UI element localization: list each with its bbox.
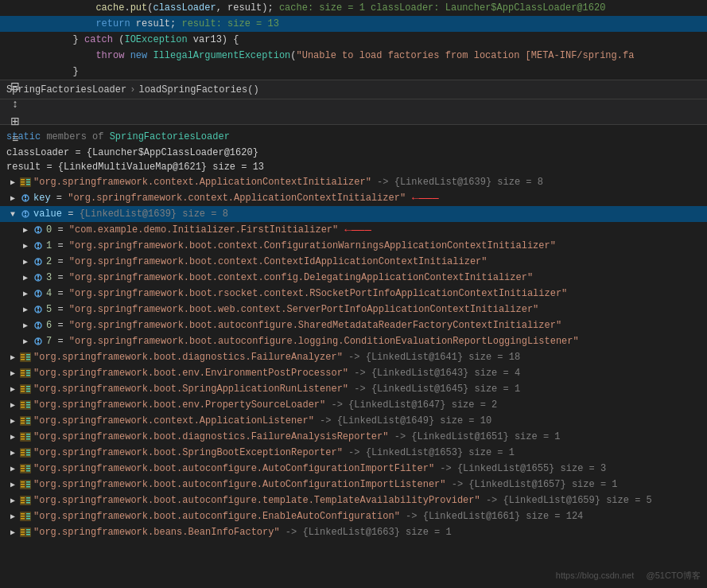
field-icon [32, 240, 45, 251]
tree-arrow-collapsed[interactable] [6, 446, 19, 459]
tree-arrow-collapsed[interactable] [6, 478, 19, 491]
svg-rect-113 [26, 518, 30, 520]
tree-label: "org.springframework.boot.autoconfigure.… [33, 495, 652, 506]
tree-label: 0 = "com.example.demo.Initializer.FirstI… [46, 224, 338, 236]
tree-arrow-expanded[interactable] [6, 208, 19, 220]
tree-arrow-collapsed[interactable] [6, 351, 19, 364]
tree-item[interactable]: key = "org.springframework.context.Appli… [0, 190, 707, 206]
svg-rect-67 [21, 420, 25, 422]
svg-rect-105 [26, 500, 30, 501]
breadcrumb-class: SpringFactoriesLoader [6, 84, 126, 95]
tree-arrow-collapsed[interactable] [19, 224, 32, 236]
map-icon [19, 511, 32, 522]
svg-rect-82 [21, 454, 25, 456]
tree-arrow-collapsed[interactable] [6, 367, 19, 380]
code-content: } [27, 66, 707, 77]
tree-item[interactable]: "org.springframework.boot.SpringBootExce… [0, 445, 707, 461]
tree-item[interactable]: 2 = "org.springframework.boot.context.Co… [0, 254, 707, 270]
tree-item[interactable]: "org.springframework.beans.BeanInfoFacto… [0, 524, 707, 540]
tree-label: "org.springframework.boot.diagnostics.Fa… [33, 431, 561, 442]
tree-label: "org.springframework.boot.autoconfigure.… [33, 463, 606, 474]
tree-item[interactable]: "org.springframework.boot.env.Environmen… [0, 365, 707, 381]
code-line: } catch (IOException var13) { [0, 32, 707, 48]
svg-rect-77 [26, 436, 30, 438]
tree-arrow-collapsed[interactable] [19, 335, 32, 348]
tree-item[interactable]: "org.springframework.boot.autoconfigure.… [0, 477, 707, 493]
svg-rect-36 [37, 342, 39, 344]
tree-arrow-collapsed[interactable] [19, 287, 32, 300]
tree-arrow-collapsed[interactable] [6, 462, 19, 475]
svg-rect-66 [21, 418, 25, 419]
svg-rect-9 [25, 199, 26, 201]
watermark: https://blog.csdn.net @51CTO博客 [556, 570, 701, 582]
field-icon [32, 256, 45, 267]
tree-item[interactable]: value = {LinkedList@1639} size = 8 [0, 206, 707, 222]
svg-rect-83 [26, 450, 30, 451]
code-content: cache.put(classLoader, result); cache: s… [27, 2, 707, 14]
svg-rect-84 [26, 452, 30, 454]
tree-item[interactable]: 4 = "org.springframework.boot.rsocket.co… [0, 286, 707, 302]
tree-item[interactable]: "org.springframework.boot.autoconfigure.… [0, 493, 707, 508]
tree-item[interactable]: "org.springframework.boot.diagnostics.Fa… [0, 429, 707, 445]
svg-rect-35 [37, 338, 39, 341]
svg-rect-99 [26, 486, 30, 488]
map-icon [19, 399, 32, 411]
tree-arrow-collapsed[interactable] [6, 383, 19, 395]
grid[interactable]: ⊞ [6, 112, 24, 130]
toolbar: ⊟↕⊞≡ [0, 99, 707, 125]
svg-rect-56 [26, 388, 30, 390]
tree-arrow-collapsed[interactable] [6, 494, 19, 507]
sort[interactable]: ↕ [6, 95, 24, 112]
toggle-tree[interactable]: ⊟ [6, 77, 24, 95]
tree-arrow-collapsed[interactable] [19, 319, 32, 332]
tree-arrow-collapsed[interactable] [6, 430, 19, 443]
tree-arrow-collapsed[interactable] [6, 176, 19, 189]
tree-item[interactable]: 3 = "org.springframework.boot.context.co… [0, 270, 707, 286]
svg-rect-71 [26, 423, 30, 424]
tree-arrow-collapsed[interactable] [6, 415, 19, 427]
svg-rect-98 [26, 484, 30, 485]
tree-arrow-collapsed[interactable] [19, 271, 32, 284]
svg-rect-117 [21, 534, 25, 535]
tree-item[interactable]: 0 = "com.example.demo.Initializer.FirstI… [0, 222, 707, 238]
svg-rect-45 [21, 370, 25, 372]
tree-arrow-collapsed[interactable] [6, 192, 19, 204]
tree-item[interactable]: "org.springframework.boot.SpringApplicat… [0, 381, 707, 397]
svg-rect-115 [21, 529, 25, 531]
svg-rect-68 [21, 423, 25, 424]
svg-rect-112 [26, 516, 30, 517]
svg-rect-87 [21, 465, 25, 467]
tree-item[interactable]: "org.springframework.boot.autoconfigure.… [0, 508, 707, 524]
tree-item[interactable]: 5 = "org.springframework.boot.web.contex… [0, 302, 707, 317]
tree-item[interactable]: 6 = "org.springframework.boot.autoconfig… [0, 317, 707, 333]
tree-arrow-collapsed[interactable] [19, 239, 32, 252]
code-content: throw new IllegalArgumentException("Unab… [27, 50, 707, 61]
tree-label: "org.springframework.boot.env.Environmen… [33, 368, 520, 379]
tree-arrow-collapsed[interactable] [6, 510, 19, 523]
tree-item[interactable]: 1 = "org.springframework.boot.context.Co… [0, 238, 707, 254]
tree-label: 7 = "org.springframework.boot.autoconfig… [46, 336, 579, 347]
field-icon [32, 224, 45, 236]
tree-item[interactable]: "org.springframework.context.Application… [0, 174, 707, 190]
tree-item[interactable]: "org.springframework.boot.diagnostics.Fa… [0, 349, 707, 365]
tree-arrow-collapsed[interactable] [19, 303, 32, 316]
svg-rect-118 [26, 529, 30, 531]
svg-rect-90 [26, 465, 30, 467]
svg-rect-2 [21, 181, 25, 183]
tree-item[interactable]: "org.springframework.context.Application… [0, 413, 707, 429]
svg-rect-108 [21, 513, 25, 515]
tree-arrow-collapsed[interactable] [6, 399, 19, 411]
map-icon [19, 495, 32, 506]
field-icon [32, 272, 45, 283]
tree-item[interactable]: 7 = "org.springframework.boot.autoconfig… [0, 333, 707, 349]
svg-rect-85 [26, 454, 30, 456]
debug-panel[interactable]: static members of SpringFactoriesLoader … [0, 125, 707, 588]
svg-rect-110 [21, 518, 25, 520]
code-line: cache.put(classLoader, result); cache: s… [0, 0, 707, 16]
tree-arrow-collapsed[interactable] [19, 255, 32, 268]
tree-item[interactable]: "org.springframework.boot.env.PropertySo… [0, 397, 707, 413]
tree-item[interactable]: "org.springframework.boot.autoconfigure.… [0, 461, 707, 477]
tree-label: key = "org.springframework.context.Appli… [33, 193, 406, 204]
svg-rect-111 [26, 513, 30, 515]
tree-arrow-collapsed[interactable] [6, 526, 19, 539]
